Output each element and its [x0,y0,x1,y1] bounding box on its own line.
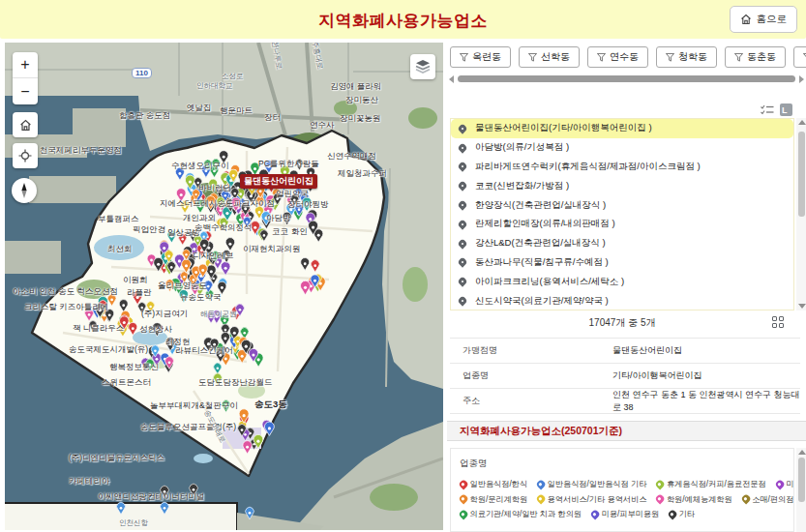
pin-icon [457,142,467,153]
legend-scrollbar[interactable] [796,448,806,532]
list-item[interactable]: 아이파크크리닝(용역서비스/세탁소 ) [451,272,793,291]
map-label: 장미꽃농원 [340,113,381,125]
map-label: 픽업안경 [133,224,165,236]
map-marker-dot [224,337,226,340]
filter-chip-5[interactable]: 송도동 [793,46,806,68]
filter-chip-label: 청학동 [678,50,707,64]
list-item[interactable]: 한양장식(건축관련업/실내장식 ) [451,195,793,215]
section-title: 지역화폐사용가능업소(250701기준) [447,425,622,438]
hscroll-thumb[interactable] [458,75,795,82]
list-scroll-thumb[interactable] [798,132,805,217]
map-label: 행복정보통신 [109,362,159,373]
grid-view-icon[interactable] [772,316,785,329]
map-label: 장터 [264,112,281,124]
map-label: 도담도담장난감월드 [198,377,273,389]
filter-chip-1[interactable]: 선학동 [519,46,580,68]
list-item[interactable]: 신도시약국(의료기관/제약/약국 ) [451,291,793,310]
map-marker-dot [217,367,220,369]
map-label: 소성로 [222,72,244,81]
list-scroll-down[interactable] [798,304,806,309]
map-marker-dot [224,358,227,361]
list-item[interactable]: 물댄동산어린이집(기타/아이행복어린이집 ) [451,119,793,138]
filter-chip-2[interactable]: 연수동 [587,46,648,68]
side-panel: 옥련동선학동연수동청학동동춘동송도동 L 물댄동산어린이집(기타/아이행복어린이… [447,43,806,532]
table-row: 주소인천 연수구 동춘 1 동 인천광역시 연수구 청능대로 38 [450,388,800,413]
list-scrollbar[interactable] [796,118,806,310]
legend-scroll-thumb[interactable] [798,458,805,502]
map-home-button[interactable] [13,112,38,137]
layers-button[interactable] [410,54,435,79]
list-item-label: 물댄동산어린이집(기타/아이행복어린이집 ) [475,122,652,134]
list-scroll-up[interactable] [798,120,806,125]
map-marker-dot [194,271,197,274]
legend-scroll-up[interactable] [798,450,806,455]
list-item[interactable]: 동산과나무(직물/침구류/수예점 ) [451,253,793,273]
map[interactable]: 인하대학교소성로110함흥관 송도점옛날집행운마트장터연수사김영애 플라워장미동… [5,43,443,530]
map-marker-dot [185,264,188,267]
map-marker-dot [224,194,227,197]
map-label: 성현상사 [139,324,172,336]
map-marker-dot [157,263,160,266]
map-marker-dot [224,329,227,332]
legend-pin-icon [655,479,666,489]
map-label: (주)디엔디블유로지스틱스 [69,453,164,464]
map-marker-dot [246,446,249,449]
filter-chip-3[interactable]: 청학동 [656,46,717,68]
map-label: 신연수역매점 [327,151,376,163]
list-item-label: 란제리할인매장(의류/내의판매점 ) [475,218,615,230]
legend-pin-icon [458,509,468,519]
filter-hscrollbar[interactable] [449,74,804,83]
list-item[interactable]: 파리바게뜨연수럭키(휴게음식점/제과점/아이스크림점 ) [451,158,793,177]
expand-corner-icon[interactable]: L [780,103,792,116]
map-label: 인하대학교 [196,81,233,91]
list-item[interactable]: 란제리할인매장(의류/내의판매점 ) [451,215,793,234]
row-value: 인천 연수구 동춘 1 동 인천광역시 연수구 청능대로 38 [612,389,800,414]
map-label: 해돋이공원 [200,310,237,319]
list-item-label: 강산L&D(건축관련업/실내장식 ) [475,237,606,250]
legend-item-label: 학원/문리계학원 [470,494,528,505]
map-label: 디자인레브 [193,251,234,262]
map-marker-dot [180,193,183,196]
filter-chip-4[interactable]: 동춘동 [725,46,786,68]
home-button[interactable]: 홈으로 [730,6,798,33]
funnel-icon [597,53,606,62]
map-marker-dot [221,286,224,289]
zoom-out-button[interactable]: − [13,78,38,104]
locate-button[interactable] [13,143,38,168]
legend-item: 학원/예체능계학원 [656,494,731,505]
zoom-in-button[interactable]: + [13,52,38,78]
map-label: (주)지금여기 [141,309,188,320]
row-value: 기타/아이행복어린이집 [612,369,800,382]
hscroll-right-arrow[interactable] [799,75,804,83]
legend-item: 휴게음식점/커피/음료전문점 [656,479,765,489]
list-item[interactable]: 아담방(의류/기성복점 ) [451,138,793,158]
pin-icon [457,238,467,249]
list-item[interactable]: 코코(신변잡화/가방점 ) [451,176,793,195]
compass[interactable] [12,178,37,203]
map-marker-dot [236,340,239,343]
filter-chip-0[interactable]: 옥련동 [450,46,511,68]
map-marker-dot [88,313,91,316]
map-marker-dot [122,304,125,307]
legend-pin-icon [655,494,666,505]
map-label: 잭 니클라우스 [73,323,124,335]
map-label: 행운마트 [220,105,253,117]
map-marker-dot [167,254,170,257]
legend-item: 일반음식점/한식 [460,479,527,489]
map-marker-dot [263,234,266,237]
list-item[interactable]: 강산L&D(건축관련업/실내장식 ) [451,234,793,253]
checklist-icon[interactable] [761,104,774,115]
map-label: 뉴송도약국 [180,292,222,304]
map-label: 김영애 플라워 [330,81,381,93]
map-marker-dot [164,507,166,510]
list-item-label: 파리바게뜨연수럭키(휴게음식점/제과점/아이스크림점 ) [475,161,701,173]
row-label: 주소 [450,395,612,407]
hscroll-left-arrow[interactable] [449,75,454,83]
map-label: 110 [132,68,152,78]
list-item-label: 아이파크크리닝(용역서비스/세탁소 ) [475,276,624,288]
map-marker-dot [313,280,316,282]
legend-item-label: 소매/편의점 [752,494,793,505]
map-marker-dot [254,167,256,170]
funnel-icon [734,53,743,62]
app: 지역화폐사용가능업소 홈으로 [0,0,806,532]
